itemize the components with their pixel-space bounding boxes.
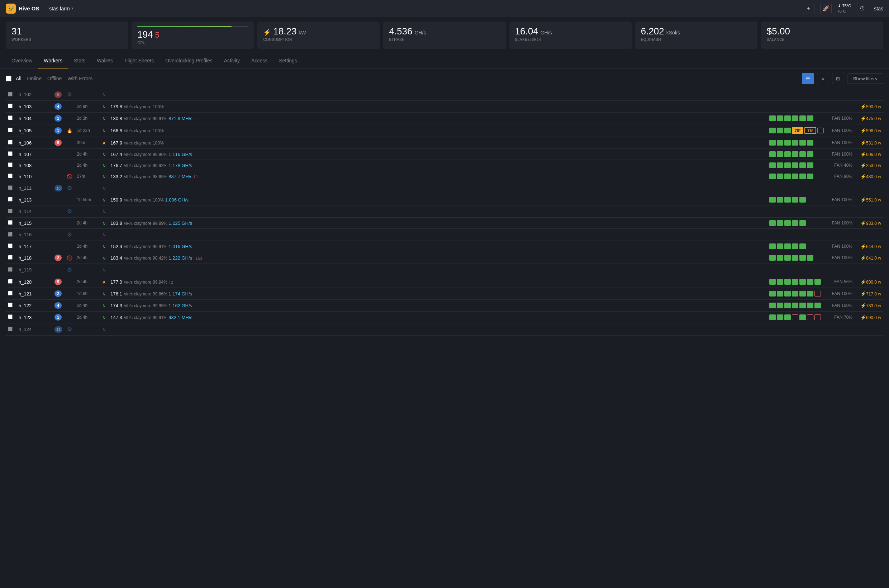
row-checkbox[interactable]: [8, 140, 12, 144]
power-icon: ⚡: [861, 197, 866, 202]
worker-name-cell[interactable]: h_121: [16, 288, 52, 300]
worker-gpus: [767, 252, 826, 264]
row-checkbox-cell[interactable]: [6, 88, 16, 101]
miner-name: claymore: [134, 163, 151, 168]
filter-tab-with-errors[interactable]: With Errors: [67, 74, 93, 83]
row-checkbox[interactable]: [8, 92, 12, 96]
nav-tab-overclocking-profiles[interactable]: Overclocking Profiles: [159, 53, 218, 69]
hash-percent: 100%: [153, 128, 164, 134]
worker-name-cell[interactable]: h_122: [16, 300, 52, 312]
gpu-bar: [769, 128, 776, 134]
filter-tab-offline[interactable]: Offline: [47, 74, 61, 83]
row-checkbox[interactable]: [8, 291, 12, 296]
filter-tab-online[interactable]: Online: [27, 74, 42, 83]
nav-tab-flight-sheets[interactable]: Flight Sheets: [119, 53, 160, 69]
row-checkbox[interactable]: [8, 303, 12, 307]
row-checkbox-cell[interactable]: [6, 312, 16, 323]
row-checkbox[interactable]: [8, 128, 12, 132]
row-checkbox-cell[interactable]: [6, 300, 16, 312]
row-checkbox[interactable]: [8, 279, 12, 284]
logo[interactable]: 🐝 Hive OS: [6, 4, 39, 14]
table-row: h_102 9 ⚙ N: [6, 88, 883, 101]
row-checkbox-cell[interactable]: [6, 252, 16, 264]
row-checkbox-cell[interactable]: [6, 137, 16, 149]
worker-name-cell[interactable]: h_114: [16, 206, 52, 218]
view-grid-button[interactable]: ⊞: [832, 73, 844, 84]
clock-icon-button[interactable]: ⏱: [857, 3, 868, 14]
row-checkbox[interactable]: [8, 162, 12, 167]
row-checkbox-cell[interactable]: [6, 171, 16, 182]
row-checkbox[interactable]: [8, 104, 12, 108]
select-all-checkbox[interactable]: [6, 76, 12, 81]
row-checkbox[interactable]: [8, 232, 12, 237]
worker-name-cell[interactable]: h_104: [16, 112, 52, 124]
worker-name-cell[interactable]: h_102: [16, 88, 52, 101]
row-checkbox-cell[interactable]: [6, 124, 16, 137]
nav-tab-access[interactable]: Access: [246, 53, 273, 69]
power-icon: ⚡: [861, 291, 866, 297]
worker-name-cell[interactable]: h_107: [16, 149, 52, 160]
worker-name-cell[interactable]: h_108: [16, 160, 52, 171]
worker-name-cell[interactable]: h_111: [16, 182, 52, 194]
row-checkbox-cell[interactable]: [6, 276, 16, 288]
worker-algo: A: [100, 276, 108, 288]
view-compact-button[interactable]: ≡: [817, 73, 829, 84]
stat-label: BLAKE256R14: [515, 38, 626, 42]
worker-name-cell[interactable]: h_123: [16, 312, 52, 323]
algo-indicator: N: [102, 244, 105, 249]
worker-name-cell[interactable]: h_110: [16, 171, 52, 182]
row-checkbox[interactable]: [8, 197, 12, 201]
nav-tab-wallets[interactable]: Wallets: [91, 53, 118, 69]
row-checkbox[interactable]: [8, 116, 12, 120]
row-checkbox-cell[interactable]: [6, 160, 16, 171]
row-checkbox-cell[interactable]: [6, 241, 16, 252]
worker-name-cell[interactable]: h_113: [16, 194, 52, 206]
table-row: h_124 11 ⚙ N: [6, 323, 883, 336]
gpu-bars: [769, 303, 824, 308]
row-checkbox[interactable]: [8, 255, 12, 260]
row-checkbox[interactable]: [8, 185, 12, 190]
worker-name-cell[interactable]: h_103: [16, 101, 52, 112]
row-checkbox[interactable]: [8, 314, 12, 319]
row-checkbox[interactable]: [8, 267, 12, 272]
row-checkbox[interactable]: [8, 208, 12, 213]
worker-name-cell[interactable]: h_124: [16, 323, 52, 336]
filter-tab-all[interactable]: All: [16, 74, 21, 83]
worker-name-cell[interactable]: h_119: [16, 264, 52, 276]
rocket-icon-button[interactable]: 🚀: [820, 3, 832, 14]
worker-name-cell[interactable]: h_106: [16, 137, 52, 149]
farm-selector[interactable]: stas farm ▾: [49, 6, 73, 12]
row-checkbox[interactable]: [8, 243, 12, 248]
row-checkbox-cell[interactable]: [6, 288, 16, 300]
worker-name-cell[interactable]: h_116: [16, 229, 52, 241]
worker-name-cell[interactable]: h_118: [16, 252, 52, 264]
row-checkbox[interactable]: [8, 220, 12, 225]
row-checkbox[interactable]: [8, 151, 12, 156]
nav-tab-workers[interactable]: Workers: [38, 53, 68, 69]
row-checkbox-cell[interactable]: [6, 206, 16, 218]
worker-name-cell[interactable]: h_120: [16, 276, 52, 288]
worker-name-cell[interactable]: h_117: [16, 241, 52, 252]
nav-tab-activity[interactable]: Activity: [218, 53, 246, 69]
row-checkbox[interactable]: [8, 327, 12, 331]
row-checkbox-cell[interactable]: [6, 323, 16, 336]
row-checkbox-cell[interactable]: [6, 182, 16, 194]
row-checkbox-cell[interactable]: [6, 149, 16, 160]
worker-name-cell[interactable]: h_115: [16, 218, 52, 229]
add-button[interactable]: +: [803, 3, 814, 14]
view-list-button[interactable]: ☰: [802, 73, 814, 84]
nav-tab-settings[interactable]: Settings: [273, 53, 303, 69]
row-checkbox-cell[interactable]: [6, 194, 16, 206]
row-checkbox[interactable]: [8, 174, 12, 178]
nav-tab-stats[interactable]: Stats: [68, 53, 91, 69]
worker-name: h_102: [19, 92, 31, 97]
show-filters-button[interactable]: Show filters: [847, 74, 883, 84]
row-checkbox-cell[interactable]: [6, 264, 16, 276]
worker-gpus: [767, 160, 826, 171]
nav-tab-overview[interactable]: Overview: [6, 53, 38, 69]
row-checkbox-cell[interactable]: [6, 229, 16, 241]
worker-name-cell[interactable]: h_105: [16, 124, 52, 137]
row-checkbox-cell[interactable]: [6, 218, 16, 229]
row-checkbox-cell[interactable]: [6, 112, 16, 124]
row-checkbox-cell[interactable]: [6, 101, 16, 112]
